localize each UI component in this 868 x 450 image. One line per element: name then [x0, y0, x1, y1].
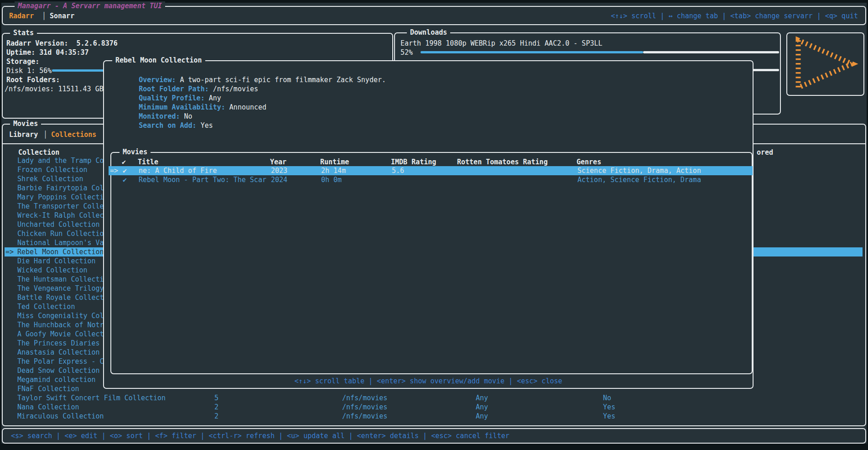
managarr-app: Managarr - A Servarr management TUI Rada…	[0, 0, 868, 450]
monitored-field: Monitored:No	[114, 103, 192, 112]
movies-panel-title: Movies	[10, 119, 41, 128]
tab-library[interactable]: Library	[9, 130, 38, 139]
disk-usage: Disk 1: 56%	[6, 66, 52, 75]
tab-sonarr[interactable]: Sonarr	[50, 11, 74, 21]
collection-details-modal: Rebel Moon Collection Overview:A two-par…	[103, 60, 754, 389]
modal-keybind-help: <↑↓> scroll table | <enter> show overvie…	[104, 377, 753, 386]
root-folders-label: Root Folders:	[6, 75, 60, 84]
movie-row[interactable]: => ✔ ne: A Child of Fire 2023 2h 14m 5.6…	[109, 166, 753, 175]
help-bar: <s> search | <e> edit | <o> sort | <f> f…	[2, 428, 866, 444]
bottom-keybind-help: <s> search | <e> edit | <o> sort | <f> f…	[11, 431, 509, 440]
movie-year: 2024	[271, 175, 287, 184]
monitored-column-header-fragment: ored	[757, 148, 773, 157]
download-item-name: Earth 1998 1080p WEBRip x265 Hindi AAC2.…	[400, 39, 603, 48]
tab-separator: │	[43, 130, 47, 139]
movie-genres: Science Fiction, Drama, Action	[577, 166, 701, 175]
minimum-availability-field: Minimum Availability:Announced	[114, 94, 266, 103]
top-keybind-help: <↑↓> scroll | ↔ change tab | <tab> chang…	[611, 11, 858, 21]
radarr-version: Radarr Version: 5.2.6.8376	[6, 39, 118, 48]
selection-arrow: =>	[110, 166, 118, 175]
download-item-percent: 52%	[400, 48, 413, 57]
storage-label: Storage:	[6, 57, 39, 66]
field-value: Yes	[201, 121, 213, 130]
managarr-play-logo	[791, 36, 859, 92]
movie-year: 2023	[271, 166, 287, 175]
overview-field: Overview:A two-part sci-fi epic from fil…	[114, 66, 386, 75]
field-value: Announced	[229, 103, 266, 111]
logo-panel	[786, 32, 864, 96]
monitored-check-icon: ✔	[123, 175, 127, 184]
monitored-check-icon: ✔	[123, 166, 127, 175]
movie-title: Rebel Moon - Part Two: The Scar	[139, 175, 266, 184]
tab-collections[interactable]: Collections	[51, 130, 96, 139]
movie-rows: => ✔ ne: A Child of Fire 2023 2h 14m 5.6…	[111, 153, 752, 373]
root-folder-size: /nfs/movies: 11511.43 GB	[5, 84, 104, 94]
collection-movies-table: Movies ✔ Title Year Runtime IMDB Rating …	[110, 152, 753, 374]
uptime: Uptime: 31d 04:35:37	[6, 48, 89, 57]
downloads-panel-title: Downloads	[407, 28, 450, 37]
download-progress-track	[643, 51, 779, 53]
movie-row[interactable]: ✔ Rebel Moon - Part Two: The Scar 2024 0…	[109, 175, 753, 184]
movie-runtime: 2h 14m	[321, 166, 346, 175]
root-folder-field: Root Folder Path:/nfs/movies	[114, 75, 258, 84]
field-label: Search on Add:	[139, 121, 196, 130]
download-progress-fill	[421, 51, 643, 53]
movie-genres: Action, Science Fiction, Drama	[577, 175, 701, 184]
top-bar: Managarr - A Servarr management TUI Rada…	[2, 6, 866, 25]
tab-radarr[interactable]: Radarr	[9, 11, 34, 21]
quality-profile-field: Quality Profile:Any	[114, 84, 221, 94]
movie-runtime: 0h 0m	[321, 175, 342, 184]
modal-title: Rebel Moon Collection	[112, 56, 205, 65]
disk-usage-bar	[52, 69, 106, 72]
tab-separator: │	[42, 11, 46, 21]
movie-imdb-rating: 5.6	[392, 166, 404, 175]
movie-title: ne: A Child of Fire	[139, 166, 217, 175]
collections-column-header: Collection	[18, 148, 59, 157]
search-on-add-field: Search on Add:Yes	[114, 112, 213, 121]
stats-panel-title: Stats	[10, 28, 37, 37]
app-title: Managarr - A Servarr management TUI	[15, 1, 165, 10]
